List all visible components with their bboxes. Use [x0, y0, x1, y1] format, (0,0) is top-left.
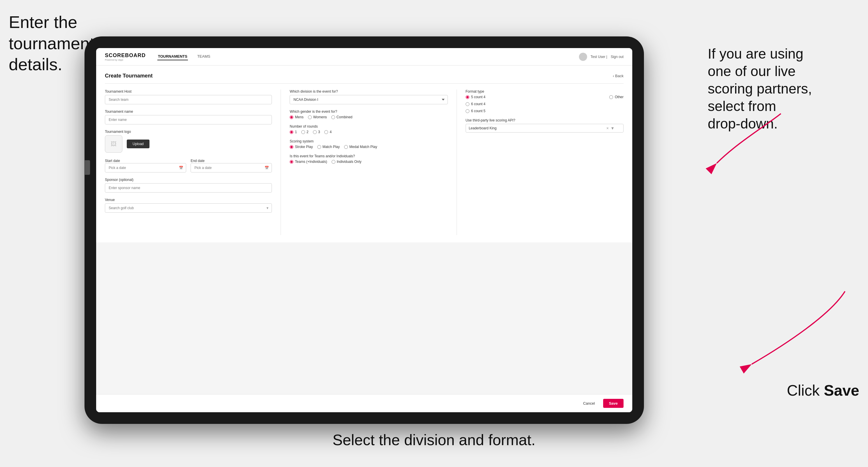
scoring-stroke-play-label: Stroke Play: [295, 145, 313, 149]
rounds-2[interactable]: 2: [301, 130, 309, 134]
save-button[interactable]: Save: [603, 399, 624, 408]
format-6count5[interactable]: 6 count 5: [466, 109, 486, 113]
teams-teams[interactable]: Teams (+Individuals): [290, 160, 327, 164]
annotation-bottom-right: Click Save: [787, 381, 859, 400]
gender-field: Which gender is the event for? Mens Wome…: [290, 110, 447, 119]
format-5count4-radio[interactable]: [466, 95, 469, 99]
rounds-4[interactable]: 4: [324, 130, 332, 134]
brand-logo: SCOREBOARD Powered by clippi: [105, 53, 146, 61]
format-type-field: Format type 5 count 4: [466, 89, 624, 113]
nav-teams[interactable]: TEAMS: [197, 53, 211, 60]
other-radio[interactable]: [609, 95, 613, 99]
form-column-right: Format type 5 count 4: [457, 89, 624, 235]
rounds-1[interactable]: 1: [290, 130, 297, 134]
form-columns: Tournament Host Tournament name Tourname…: [105, 89, 624, 235]
logo-upload-area: 🖼 Upload: [105, 135, 272, 153]
scoring-match-play[interactable]: Match Play: [317, 145, 340, 149]
back-link[interactable]: Back: [613, 74, 624, 78]
image-icon: 🖼: [111, 141, 117, 148]
rounds-2-radio[interactable]: [301, 130, 305, 134]
gender-womens-radio[interactable]: [308, 115, 312, 119]
scoring-match-play-label: Match Play: [322, 145, 340, 149]
form-column-middle: Which division is the event for? NCAA Di…: [281, 89, 447, 235]
gender-combined-label: Combined: [337, 115, 352, 119]
rounds-3-radio[interactable]: [313, 130, 317, 134]
venue-input[interactable]: [105, 204, 272, 213]
sponsor-input[interactable]: [105, 183, 272, 193]
sidebar-toggle[interactable]: [85, 160, 90, 175]
venue-label: Venue: [105, 198, 272, 202]
gender-combined-radio[interactable]: [331, 115, 335, 119]
end-date-field: End date 📅: [191, 158, 272, 173]
nav-tournaments[interactable]: TOURNAMENTS: [157, 53, 188, 60]
form-container: Create Tournament Back Tournament Host T…: [96, 66, 632, 242]
cancel-button[interactable]: Cancel: [578, 399, 599, 408]
tournament-host-input[interactable]: [105, 95, 272, 104]
format-type-label: Format type: [466, 89, 624, 94]
scoring-match-play-radio[interactable]: [317, 145, 321, 149]
live-scoring-actions: × ▼: [606, 126, 615, 130]
rounds-3[interactable]: 3: [313, 130, 320, 134]
tournament-host-field: Tournament Host: [105, 89, 272, 104]
teams-label: Is this event for Teams and/or Individua…: [290, 154, 447, 158]
live-scoring-label: Use third-party live scoring API?: [466, 118, 624, 122]
navbar: SCOREBOARD Powered by clippi TOURNAMENTS…: [96, 48, 632, 66]
format-6count4-radio[interactable]: [466, 102, 469, 106]
scoring-medal-match-play-label: Medal Match Play: [349, 145, 377, 149]
division-label: Which division is the event for?: [290, 89, 447, 94]
gender-womens[interactable]: Womens: [308, 115, 327, 119]
other-label: Other: [615, 95, 624, 99]
scoring-medal-match-play[interactable]: Medal Match Play: [344, 145, 377, 149]
start-date-input[interactable]: [105, 163, 186, 173]
gender-mens-radio[interactable]: [290, 115, 293, 119]
rounds-4-label: 4: [330, 130, 332, 134]
sign-out-link[interactable]: Sign out: [611, 55, 624, 59]
calendar-icon: 📅: [179, 166, 183, 170]
live-scoring-input[interactable]: Leaderboard King × ▼: [466, 124, 624, 132]
start-date-label: Start date: [105, 159, 120, 163]
gender-combined[interactable]: Combined: [331, 115, 352, 119]
scoring-medal-match-play-radio[interactable]: [344, 145, 348, 149]
rounds-1-radio[interactable]: [290, 130, 293, 134]
format-6count5-radio[interactable]: [466, 109, 469, 113]
teams-teams-radio[interactable]: [290, 160, 293, 164]
arrow-bottom-right: [699, 262, 868, 379]
format-options: 5 count 4 Other: [466, 95, 624, 113]
gender-label: Which gender is the event for?: [290, 110, 447, 114]
tournament-name-input[interactable]: [105, 115, 272, 124]
format-left-1: 5 count 4: [466, 95, 486, 99]
gender-womens-label: Womens: [313, 115, 327, 119]
scoring-field: Scoring system Stroke Play Match Play: [290, 139, 447, 149]
nav-links: TOURNAMENTS TEAMS: [157, 53, 211, 60]
form-footer: Cancel Save: [96, 394, 632, 412]
end-date-input[interactable]: [191, 163, 272, 173]
navbar-right: Test User | Sign out: [579, 53, 624, 61]
teams-field: Is this event for Teams and/or Individua…: [290, 154, 447, 164]
scoring-stroke-play[interactable]: Stroke Play: [290, 145, 313, 149]
division-select[interactable]: NCAA Division I: [290, 95, 447, 104]
rounds-4-radio[interactable]: [324, 130, 328, 134]
teams-individuals-radio[interactable]: [332, 160, 335, 164]
upload-button[interactable]: Upload: [127, 139, 150, 148]
live-scoring-dropdown-icon[interactable]: ▼: [611, 126, 615, 130]
teams-individuals[interactable]: Individuals Only: [332, 160, 362, 164]
tournament-logo-field: Tournament logo 🖼 Upload: [105, 130, 272, 153]
annotation-top-left: Enter the tournament details.: [9, 12, 94, 75]
format-6count4[interactable]: 6 count 4: [466, 102, 486, 106]
format-5count4-label: 5 count 4: [471, 95, 486, 99]
brand-tagline: Powered by clippi: [105, 59, 146, 61]
gender-mens-label: Mens: [295, 115, 303, 119]
scoring-stroke-play-radio[interactable]: [290, 145, 293, 149]
teams-teams-label: Teams (+Individuals): [295, 160, 327, 164]
gender-mens[interactable]: Mens: [290, 115, 303, 119]
live-scoring-clear-button[interactable]: ×: [606, 126, 609, 130]
tournament-logo-label: Tournament logo: [105, 130, 272, 134]
sponsor-label: Sponsor (optional): [105, 178, 272, 182]
scoring-radio-group: Stroke Play Match Play Medal Match Play: [290, 145, 447, 149]
annotation-top-right: If you are using one of our live scoring…: [708, 45, 859, 132]
format-row-1: 5 count 4 Other: [466, 95, 624, 99]
form-title: Create Tournament: [105, 73, 153, 79]
tournament-name-field: Tournament name: [105, 110, 272, 124]
format-5count4[interactable]: 5 count 4: [466, 95, 486, 99]
rounds-1-label: 1: [295, 130, 297, 134]
